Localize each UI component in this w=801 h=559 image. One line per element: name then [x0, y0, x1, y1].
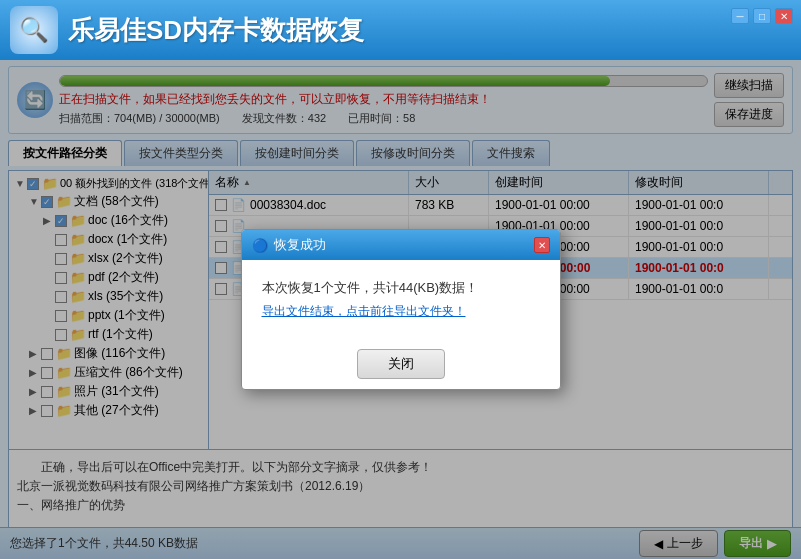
modal-overlay: 🔵 恢复成功 ✕ 本次恢复1个文件，共计44(KB)数据！ 导出文件结束，点击前… [0, 60, 801, 559]
minimize-button[interactable]: ─ [731, 8, 749, 24]
modal-title-text: 恢复成功 [274, 236, 326, 254]
modal-link[interactable]: 导出文件结束，点击前往导出文件夹！ [262, 304, 466, 318]
modal-body-line1: 本次恢复1个文件，共计44(KB)数据！ [262, 276, 540, 299]
modal-icon: 🔵 [252, 238, 268, 253]
app-title: 乐易佳SD内存卡数据恢复 [68, 13, 364, 48]
modal-close-btn[interactable]: 关闭 [357, 349, 445, 379]
window-controls: ─ □ ✕ [731, 8, 793, 24]
modal-titlebar: 🔵 恢复成功 ✕ [242, 230, 560, 260]
modal-title-left: 🔵 恢复成功 [252, 236, 326, 254]
close-button[interactable]: ✕ [775, 8, 793, 24]
titlebar: 🔍 乐易佳SD内存卡数据恢复 ─ □ ✕ [0, 0, 801, 60]
modal-body: 本次恢复1个文件，共计44(KB)数据！ 导出文件结束，点击前往导出文件夹！ [242, 260, 560, 339]
app-icon: 🔍 [10, 6, 58, 54]
main-content: 🔄 正在扫描文件，如果已经找到您丢失的文件，可以立即恢复，不用等待扫描结束！ 扫… [0, 60, 801, 559]
modal-footer: 关闭 [242, 339, 560, 389]
modal-close-button[interactable]: ✕ [534, 237, 550, 253]
modal-body-link: 导出文件结束，点击前往导出文件夹！ [262, 299, 540, 323]
maximize-button[interactable]: □ [753, 8, 771, 24]
modal-dialog: 🔵 恢复成功 ✕ 本次恢复1个文件，共计44(KB)数据！ 导出文件结束，点击前… [241, 229, 561, 390]
